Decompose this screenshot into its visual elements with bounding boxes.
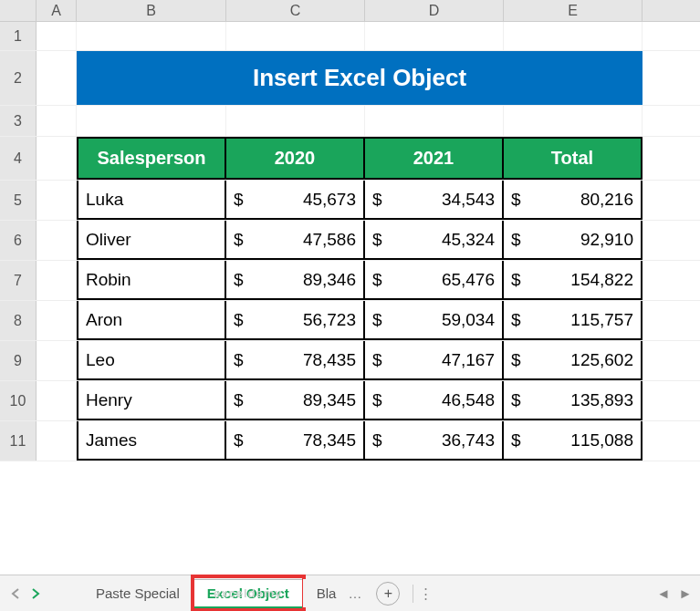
col-header-A[interactable]: A [37, 0, 77, 21]
hscroll-left-icon[interactable]: ◄ [654, 585, 673, 601]
cell-name-6[interactable]: Oliver [77, 221, 226, 260]
row-header-2[interactable]: 2 [0, 51, 37, 105]
cell-2020-7[interactable]: $89,346 [226, 261, 365, 300]
row-header-10[interactable]: 10 [0, 381, 37, 420]
cell-A8[interactable] [37, 301, 77, 340]
cell-total-5[interactable]: $80,216 [504, 181, 643, 220]
cell-D3[interactable] [365, 106, 504, 136]
cell-A3[interactable] [37, 106, 77, 136]
row-header-11[interactable]: 11 [0, 421, 37, 461]
cell-C3[interactable] [226, 106, 365, 136]
cell-E1[interactable] [504, 22, 643, 50]
row-header-9[interactable]: 9 [0, 341, 37, 380]
row-header-7[interactable]: 7 [0, 261, 37, 300]
cell-A2[interactable] [37, 51, 77, 105]
row-header-5[interactable]: 5 [0, 181, 37, 220]
cell-2020-5[interactable]: $45,673 [226, 181, 365, 220]
cell-A10[interactable] [37, 381, 77, 420]
cell-2020-8[interactable]: $56,723 [226, 301, 365, 340]
cell-D1[interactable] [365, 22, 504, 50]
cell-name-11[interactable]: James [77, 421, 226, 461]
cell-total-11[interactable]: $115,088 [504, 421, 643, 461]
row-header-1[interactable]: 1 [0, 22, 37, 50]
tab-divider [413, 585, 413, 603]
cell-2021-11[interactable]: $36,743 [365, 421, 504, 461]
cell-2021-5[interactable]: $34,543 [365, 181, 504, 220]
col-header-B[interactable]: B [77, 0, 226, 21]
row-header-8[interactable]: 8 [0, 301, 37, 340]
cell-B3[interactable] [77, 106, 226, 136]
cell-name-5[interactable]: Luka [77, 181, 226, 220]
col-header-C[interactable]: C [226, 0, 365, 21]
cell-A9[interactable] [37, 341, 77, 380]
cell-B1[interactable] [77, 22, 226, 50]
cell-A4[interactable] [37, 137, 77, 180]
title-cell[interactable]: Insert Excel Object [77, 51, 643, 105]
cell-2021-7[interactable]: $65,476 [365, 261, 504, 300]
tab-scroll-left-icon[interactable] [5, 584, 26, 604]
cell-total-9[interactable]: $125,602 [504, 341, 643, 380]
header-2021[interactable]: 2021 [365, 137, 504, 180]
tab-menu-icon[interactable]: ⋮ [419, 585, 434, 602]
cell-total-6[interactable]: $92,910 [504, 221, 643, 260]
cell-name-9[interactable]: Leo [77, 341, 226, 380]
cell-2020-6[interactable]: $47,586 [226, 221, 365, 260]
header-total[interactable]: Total [504, 137, 643, 180]
cell-A5[interactable] [37, 181, 77, 220]
spreadsheet-grid[interactable]: A B C D E 1 2 Insert Excel Object 3 [0, 0, 700, 575]
row-header-6[interactable]: 6 [0, 221, 37, 260]
hscroll-right-icon[interactable]: ► [676, 585, 695, 601]
cell-2020-10[interactable]: $89,345 [226, 381, 365, 420]
sheet-tab-active-label: Excel Object [207, 585, 289, 601]
cell-name-7[interactable]: Robin [77, 261, 226, 300]
row-header-4[interactable]: 4 [0, 137, 37, 180]
cell-name-8[interactable]: Aron [77, 301, 226, 340]
cell-E3[interactable] [504, 106, 643, 136]
select-all-corner[interactable] [0, 0, 37, 21]
row-header-3[interactable]: 3 [0, 106, 37, 136]
sheet-tab-active[interactable]: Excel Object exceldemy [193, 579, 303, 608]
cell-A11[interactable] [37, 421, 77, 461]
tab-overflow-icon[interactable]: … [340, 585, 369, 601]
cell-total-8[interactable]: $115,757 [504, 301, 643, 340]
header-2020[interactable]: 2020 [226, 137, 365, 180]
add-sheet-button[interactable]: + [376, 582, 400, 606]
cell-2021-6[interactable]: $45,324 [365, 221, 504, 260]
cell-C1[interactable] [226, 22, 365, 50]
cell-2020-9[interactable]: $78,435 [226, 341, 365, 380]
col-header-E[interactable]: E [504, 0, 643, 21]
cell-name-10[interactable]: Henry [77, 381, 226, 420]
cell-A7[interactable] [37, 261, 77, 300]
cell-A6[interactable] [37, 221, 77, 260]
cell-total-7[interactable]: $154,822 [504, 261, 643, 300]
cell-2021-10[interactable]: $46,548 [365, 381, 504, 420]
sheet-tab-prev[interactable]: Paste Special [82, 579, 193, 607]
cell-2021-9[interactable]: $47,167 [365, 341, 504, 380]
tab-scroll-right-icon[interactable] [26, 584, 46, 604]
header-salesperson[interactable]: Salesperson [77, 137, 226, 180]
col-header-D[interactable]: D [365, 0, 504, 21]
sheet-tab-bar: Paste Special Excel Object exceldemy Bla… [0, 575, 700, 611]
cell-2021-8[interactable]: $59,034 [365, 301, 504, 340]
cell-2020-11[interactable]: $78,345 [226, 421, 365, 461]
cell-A1[interactable] [37, 22, 77, 50]
sheet-tab-next[interactable]: Bla [303, 579, 341, 607]
column-header-row: A B C D E [0, 0, 700, 22]
cell-total-10[interactable]: $135,893 [504, 381, 643, 420]
